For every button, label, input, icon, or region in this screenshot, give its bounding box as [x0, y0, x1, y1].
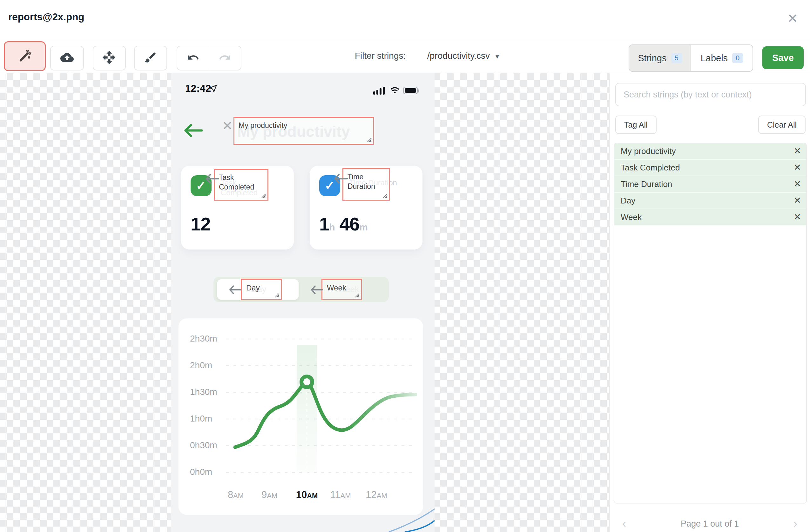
tag-anchor-arrow-icon — [229, 284, 242, 297]
list-item[interactable]: Time Duration ✕ — [614, 176, 806, 193]
wifi-icon — [389, 85, 401, 96]
x-tick: 9AM — [261, 489, 277, 501]
toolbar: Filter strings: /productivity.csv▾ Strin… — [0, 39, 810, 73]
tag-box-time[interactable]: Time Duration — [342, 168, 390, 201]
strings-list: My productivity ✕ Task Completed ✕ Time … — [614, 143, 807, 503]
cloud-upload-icon — [60, 51, 74, 65]
strings-labels-tabs: Strings 5 Labels 0 — [629, 45, 753, 72]
list-item[interactable]: Week ✕ — [614, 209, 806, 226]
tag-box-task[interactable]: Task Completed — [214, 169, 269, 201]
string-text: My productivity — [621, 146, 676, 156]
filter-file-value: /productivity.csv — [427, 51, 490, 61]
time-duration-value: 1h 46m — [319, 213, 368, 235]
list-item[interactable]: Day ✕ — [614, 193, 806, 209]
remove-string-icon[interactable]: ✕ — [794, 147, 801, 155]
list-item[interactable]: My productivity ✕ — [614, 143, 806, 160]
caret-down-icon: ▾ — [496, 53, 499, 60]
list-item[interactable]: Task Completed ✕ — [614, 160, 806, 176]
remove-string-icon[interactable]: ✕ — [794, 180, 801, 188]
time-duration-card: ✓ Time Duration Time Duration 1h 46m — [310, 166, 422, 249]
tag-anchor-arrow-icon — [334, 173, 349, 186]
clear-tags-button[interactable] — [134, 46, 167, 70]
tag-box-title[interactable]: My productivity — [233, 117, 374, 145]
pagination: ‹ Page 1 out of 1 › — [610, 516, 810, 532]
hours-value: 1 — [319, 214, 329, 234]
resize-handle[interactable] — [383, 193, 388, 198]
productivity-chart: 2h30m 2h0m 1h30m 1h0m 0h30m 0h0m — [179, 318, 423, 515]
x-tick-active: 10AM — [296, 489, 318, 501]
filter-strings-label: Filter strings: — [355, 51, 406, 61]
undo-icon — [187, 51, 199, 65]
tag-text-title: My productivity — [239, 121, 287, 130]
tab-labels-label: Labels — [701, 53, 728, 64]
location-arrow-icon — [209, 84, 217, 94]
battery-icon — [403, 87, 418, 94]
signal-icon — [373, 87, 385, 95]
remove-string-icon[interactable]: ✕ — [794, 196, 801, 205]
editor-canvas[interactable]: 12:42 My productivity — [0, 73, 609, 532]
string-text: Day — [621, 196, 635, 206]
app-window: reports@2x.png ✕ — [0, 0, 810, 532]
remove-string-icon[interactable]: ✕ — [794, 213, 801, 221]
file-title: reports@2x.png — [8, 12, 84, 23]
peak-marker — [302, 377, 312, 387]
resize-handle[interactable] — [275, 293, 280, 298]
move-icon — [102, 51, 116, 65]
tag-box-day[interactable]: Day — [241, 279, 282, 300]
tab-strings[interactable]: Strings 5 — [629, 45, 691, 71]
string-text: Time Duration — [621, 179, 672, 189]
strings-sidebar: Tag All Clear All My productivity ✕ Task… — [609, 73, 810, 532]
task-completed-card: ✓ Task Completed Task Completed 12 — [181, 166, 294, 249]
search-input[interactable] — [615, 83, 806, 106]
tag-text-task: Task Completed — [219, 173, 263, 192]
move-button[interactable] — [93, 46, 126, 70]
string-text: Task Completed — [621, 163, 680, 173]
redo-button[interactable] — [209, 46, 241, 70]
day-week-toggle: Day Day Week Week — [213, 277, 389, 302]
tag-text-week: Week — [327, 283, 346, 293]
tag-anchor-arrow-icon — [205, 173, 220, 186]
tab-labels[interactable]: Labels 0 — [691, 45, 752, 71]
upload-button[interactable] — [50, 46, 84, 70]
undo-redo-group — [177, 46, 241, 70]
undo-button[interactable] — [177, 46, 209, 70]
decorative-arcs — [374, 496, 435, 532]
resize-handle[interactable] — [261, 193, 266, 198]
minutes-unit: m — [359, 222, 368, 232]
tag-anchor-arrow-icon — [310, 284, 324, 297]
tag-text-day: Day — [246, 283, 260, 293]
magic-wand-icon — [18, 49, 31, 64]
page-indicator: Page 1 out of 1 — [610, 519, 810, 529]
tab-strings-label: Strings — [638, 53, 666, 64]
save-button[interactable]: Save — [762, 46, 804, 69]
resize-handle[interactable] — [367, 137, 372, 143]
x-tick: 8AM — [228, 489, 244, 501]
tag-text-time: Time Duration — [347, 172, 386, 191]
string-text: Week — [621, 212, 642, 222]
strings-count-badge: 5 — [671, 53, 682, 63]
close-icon[interactable]: ✕ — [787, 12, 798, 25]
clear-all-button[interactable]: Clear All — [758, 116, 806, 134]
line-chart-plot — [179, 318, 423, 515]
tag-all-button[interactable]: Tag All — [615, 116, 657, 134]
filter-file-dropdown[interactable]: /productivity.csv▾ — [427, 51, 499, 61]
brush-icon — [144, 51, 157, 65]
window-header: reports@2x.png ✕ — [0, 0, 810, 39]
redo-icon — [218, 51, 231, 65]
hours-unit: h — [329, 222, 335, 232]
resize-handle[interactable] — [355, 293, 360, 298]
minutes-value: 46 — [340, 214, 360, 234]
status-time: 12:42 — [185, 83, 211, 94]
back-arrow-icon — [183, 123, 204, 139]
remove-tag-icon[interactable]: ✕ — [222, 119, 233, 132]
x-tick: 11AM — [330, 489, 351, 501]
labels-count-badge: 0 — [732, 53, 743, 63]
task-count-value: 12 — [191, 213, 211, 235]
auto-tag-button[interactable] — [4, 41, 46, 71]
screenshot-image: 12:42 My productivity — [171, 73, 435, 532]
tag-box-week[interactable]: Week — [322, 279, 362, 300]
next-page-icon[interactable]: › — [793, 517, 797, 530]
remove-string-icon[interactable]: ✕ — [794, 163, 801, 172]
